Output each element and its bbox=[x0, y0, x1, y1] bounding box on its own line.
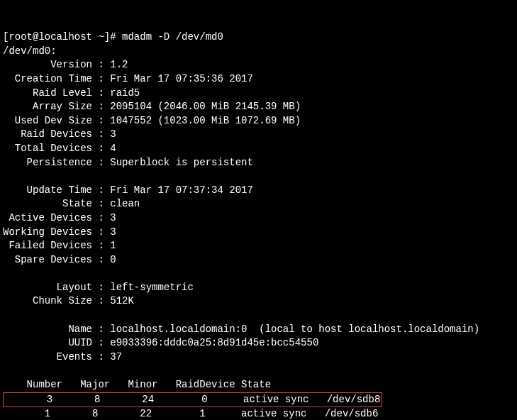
row-label: Name : bbox=[3, 324, 110, 335]
row-label: UUID : bbox=[3, 337, 110, 348]
row-value: 0 bbox=[110, 254, 116, 265]
row-label: Update Time : bbox=[3, 184, 110, 196]
row-value: raid5 bbox=[110, 87, 140, 99]
row-value: 1 bbox=[110, 240, 116, 251]
terminal-output: [root@localhost ~]# mdadm -D /dev/md0 /d… bbox=[3, 31, 514, 420]
row-label: Failed Devices : bbox=[3, 240, 110, 251]
row-label: Used Dev Size : bbox=[3, 115, 110, 126]
row-label: Events : bbox=[3, 351, 110, 363]
highlight-active-row: 3 8 24 0 active sync /dev/sdb8 bbox=[3, 392, 382, 408]
command: mdadm -D /dev/md0 bbox=[122, 31, 223, 43]
row-label: Layout : bbox=[3, 282, 110, 293]
row-label: Working Devices : bbox=[3, 226, 110, 238]
row-label: Active Devices : bbox=[3, 212, 110, 223]
row-label: Creation Time : bbox=[3, 73, 110, 84]
row-label: State : bbox=[3, 198, 110, 209]
row-label: Total Devices : bbox=[3, 143, 110, 154]
row-value: 512K bbox=[110, 295, 134, 306]
row-label: Raid Level : bbox=[3, 87, 110, 99]
row-label: Persistence : bbox=[3, 157, 110, 168]
row-value: 3 bbox=[110, 212, 116, 223]
row-value: localhost.localdomain:0 (local to host l… bbox=[110, 324, 479, 335]
row-value: 37 bbox=[110, 351, 122, 363]
row-value: 4 bbox=[110, 143, 116, 154]
row-value: e9033396:dddc0a25:8d91d45e:bcc54550 bbox=[110, 337, 318, 348]
row-value: 3 bbox=[110, 226, 116, 238]
row-value: Fri Mar 17 07:35:36 2017 bbox=[110, 73, 253, 84]
row-label: Array Size : bbox=[3, 101, 110, 112]
row-value: Superblock is persistent bbox=[110, 157, 253, 168]
row-label: Chunk Size : bbox=[3, 295, 110, 306]
prompt: [root@localhost ~]# bbox=[3, 31, 122, 43]
row-label: Version : bbox=[3, 59, 110, 70]
table-row: 1 8 22 1 active sync /dev/sdb6 bbox=[3, 408, 378, 419]
row-label: Raid Devices : bbox=[3, 128, 110, 140]
row-value: clean bbox=[110, 198, 140, 209]
row-value: 2095104 (2046.00 MiB 2145.39 MB) bbox=[110, 101, 301, 112]
row-value: 3 bbox=[110, 128, 116, 140]
table-header: Number Major Minor RaidDevice State bbox=[3, 379, 271, 390]
row-value: Fri Mar 17 07:37:34 2017 bbox=[110, 184, 253, 196]
row-label: Spare Devices : bbox=[3, 254, 110, 265]
device-line: /dev/md0: bbox=[3, 45, 57, 57]
row-value: 1.2 bbox=[110, 59, 128, 70]
row-value: 1047552 (1023.00 MiB 1072.69 MB) bbox=[110, 115, 301, 126]
row-value: left-symmetric bbox=[110, 282, 194, 293]
